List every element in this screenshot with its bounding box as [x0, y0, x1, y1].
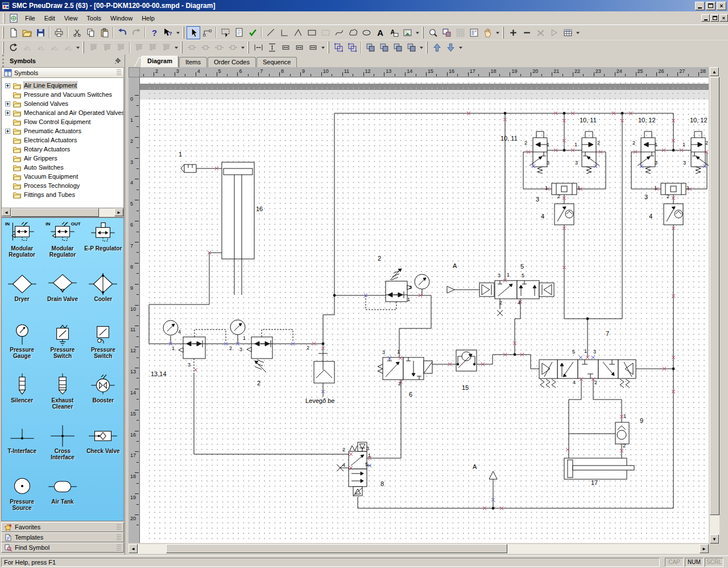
- image-button[interactable]: [400, 26, 414, 39]
- text-box-button[interactable]: [387, 26, 400, 39]
- toolbar-grip[interactable]: [2, 42, 4, 53]
- same-height-button[interactable]: [292, 41, 306, 54]
- tree-item[interactable]: Fittings and Tubes: [2, 190, 123, 199]
- toolbar-dropdown[interactable]: [173, 41, 180, 54]
- same-size-button[interactable]: [306, 41, 320, 54]
- toolbar-grip[interactable]: [183, 27, 184, 39]
- connector-button[interactable]: [200, 26, 214, 39]
- tree-item[interactable]: Air Grippers: [2, 154, 123, 163]
- ellipse-button[interactable]: [359, 26, 373, 39]
- corner-line-button[interactable]: [278, 26, 291, 39]
- ungroup-button[interactable]: [345, 41, 359, 54]
- palette-item[interactable]: Pressure Switch: [42, 323, 82, 373]
- menu-item[interactable]: File: [20, 13, 40, 23]
- toolbar-grip[interactable]: [82, 42, 84, 53]
- toolbar-grip[interactable]: [422, 27, 424, 39]
- toolbar-dropdown[interactable]: [494, 26, 501, 39]
- palette-item[interactable]: Pressure Gauge: [2, 323, 42, 373]
- help-button[interactable]: [147, 26, 161, 39]
- maximize-button[interactable]: [706, 2, 715, 10]
- same-width-button[interactable]: [279, 41, 292, 54]
- mdi-restore-button[interactable]: [710, 14, 719, 22]
- palette-item[interactable]: Exhaust Cleaner: [42, 373, 82, 424]
- new-button[interactable]: [6, 26, 20, 39]
- document-tab[interactable]: Sequence: [257, 57, 297, 67]
- palette-item[interactable]: Silencer: [2, 373, 42, 424]
- expand-icon[interactable]: [5, 129, 10, 134]
- tree-item[interactable]: Pneumatic Actuators: [2, 126, 123, 135]
- freeform-button[interactable]: [346, 26, 359, 39]
- palette-item[interactable]: IN Modular Regulator: [2, 221, 42, 272]
- palette-item[interactable]: Pressure Source: [2, 475, 42, 521]
- scroll-left-button[interactable]: ◄: [2, 208, 11, 216]
- toolbar-dropdown[interactable]: [320, 41, 326, 54]
- space-vertical-button[interactable]: [265, 41, 279, 54]
- bring-forward-button[interactable]: [391, 41, 404, 54]
- palette-item[interactable]: Cooler: [83, 272, 123, 323]
- vertical-scrollbar[interactable]: ▲ ▼: [710, 67, 719, 544]
- menu-item[interactable]: Edit: [40, 13, 60, 23]
- menu-item[interactable]: View: [60, 13, 82, 23]
- diagram-canvas[interactable]: [140, 77, 709, 543]
- cut-button[interactable]: [70, 26, 84, 39]
- palette-item[interactable]: Booster: [83, 373, 123, 424]
- move-down-button[interactable]: [444, 41, 457, 54]
- palette-item[interactable]: Air Tank: [42, 475, 82, 521]
- check-button[interactable]: [246, 26, 259, 39]
- palette-item[interactable]: T-Interface: [2, 424, 42, 475]
- palette-item[interactable]: IN OUT Modular Regulator: [42, 221, 82, 272]
- tree-item[interactable]: Vacuum Equipment: [2, 172, 123, 181]
- scroll-right-button[interactable]: ►: [700, 544, 709, 553]
- vertical-scroll-thumb[interactable]: [710, 77, 719, 515]
- print-button[interactable]: [52, 26, 65, 39]
- toolbar-dropdown[interactable]: [75, 41, 81, 54]
- tree-item[interactable]: Pressure and Vacuum Switches: [2, 90, 123, 99]
- palette-item[interactable]: Cross Interface: [42, 424, 82, 475]
- document-tab[interactable]: Diagram: [141, 56, 179, 67]
- properties-button[interactable]: [232, 26, 246, 39]
- zoom-region-button[interactable]: [440, 26, 453, 39]
- bring-to-front-button[interactable]: [363, 41, 377, 54]
- palette-item[interactable]: Dryer: [2, 272, 42, 323]
- copy-button[interactable]: [84, 26, 97, 39]
- tree-item[interactable]: Auto Switches: [2, 163, 123, 172]
- paste-button[interactable]: [97, 26, 111, 39]
- toolbar-dropdown[interactable]: [574, 26, 581, 39]
- panel-bar[interactable]: Favorites: [1, 522, 124, 532]
- tree-item[interactable]: Electrical Actuators: [2, 135, 123, 145]
- toolbar-dropdown[interactable]: [457, 41, 464, 54]
- document-tab[interactable]: Items: [179, 57, 207, 67]
- group-button[interactable]: [332, 41, 345, 54]
- horizontal-scrollbar[interactable]: ◄ ►: [129, 544, 709, 554]
- tree-item[interactable]: Process Technology: [2, 181, 123, 190]
- mdi-close-button[interactable]: ×: [719, 14, 728, 22]
- move-up-button[interactable]: [430, 41, 444, 54]
- pan-button[interactable]: [481, 26, 494, 39]
- zoom-button[interactable]: [426, 26, 440, 39]
- toolbar-grip[interactable]: [328, 42, 329, 53]
- space-horizontal-button[interactable]: [251, 41, 265, 54]
- menu-item[interactable]: Help: [137, 13, 159, 23]
- send-to-back-button[interactable]: [377, 41, 391, 54]
- panel-bar[interactable]: Templates: [1, 532, 124, 542]
- scroll-right-button[interactable]: ►: [114, 208, 123, 216]
- undo-button[interactable]: [115, 26, 129, 39]
- toolbar-grip[interactable]: [2, 27, 4, 39]
- menu-item[interactable]: Window: [106, 13, 137, 23]
- tree-horizontal-scrollbar[interactable]: ◄ ►: [1, 208, 124, 217]
- expand-icon[interactable]: [5, 101, 10, 106]
- table-button[interactable]: [561, 26, 574, 39]
- document-tab[interactable]: Order Codes: [208, 57, 256, 67]
- tree-item[interactable]: Rotary Actuators: [2, 145, 123, 154]
- curve-button[interactable]: [332, 26, 346, 39]
- tree-item[interactable]: Flow Control Equipment: [2, 117, 123, 126]
- context-help-button[interactable]: [161, 26, 175, 39]
- pin-icon[interactable]: [114, 57, 121, 64]
- panel-bar[interactable]: Find Symbol: [1, 542, 124, 553]
- palette-item[interactable]: Check Valve: [83, 424, 123, 475]
- send-backward-button[interactable]: [404, 41, 418, 54]
- text-button[interactable]: [373, 26, 387, 39]
- minimize-button[interactable]: [695, 2, 705, 10]
- palette-item[interactable]: E-P Regulator: [83, 221, 123, 272]
- toolbar-dropdown[interactable]: [414, 26, 421, 39]
